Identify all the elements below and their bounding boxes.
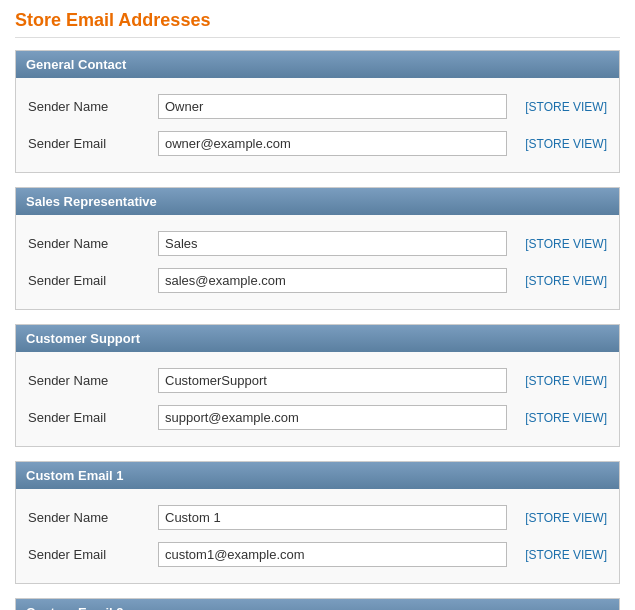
section-body-customer-support: Sender Name[STORE VIEW]Sender Email[STOR…: [16, 352, 619, 446]
field-row: Sender Name[STORE VIEW]: [16, 362, 619, 399]
field-row: Sender Name[STORE VIEW]: [16, 225, 619, 262]
field-row: Sender Email[STORE VIEW]: [16, 262, 619, 299]
store-view-link[interactable]: [STORE VIEW]: [517, 511, 607, 525]
field-input-wrapper: [158, 131, 507, 156]
field-label: Sender Name: [28, 99, 158, 114]
field-input-wrapper: [158, 94, 507, 119]
page-title: Store Email Addresses: [15, 10, 620, 38]
field-input-wrapper: [158, 231, 507, 256]
field-input-wrapper: [158, 268, 507, 293]
section-header-custom-email-1: Custom Email 1: [16, 462, 619, 489]
field-label: Sender Name: [28, 236, 158, 251]
store-view-link[interactable]: [STORE VIEW]: [517, 100, 607, 114]
section-header-general-contact: General Contact: [16, 51, 619, 78]
field-label: Sender Email: [28, 410, 158, 425]
section-body-general-contact: Sender Name[STORE VIEW]Sender Email[STOR…: [16, 78, 619, 172]
field-input-wrapper: [158, 542, 507, 567]
section-custom-email-2: Custom Email 2Sender Name[STORE VIEW]Sen…: [15, 598, 620, 610]
field-label: Sender Name: [28, 510, 158, 525]
section-body-custom-email-1: Sender Name[STORE VIEW]Sender Email[STOR…: [16, 489, 619, 583]
field-label: Sender Email: [28, 547, 158, 562]
store-view-link[interactable]: [STORE VIEW]: [517, 411, 607, 425]
sender-name-input[interactable]: [158, 368, 507, 393]
sender-email-input[interactable]: [158, 542, 507, 567]
field-row: Sender Name[STORE VIEW]: [16, 88, 619, 125]
field-input-wrapper: [158, 368, 507, 393]
section-general-contact: General ContactSender Name[STORE VIEW]Se…: [15, 50, 620, 173]
sender-name-input[interactable]: [158, 505, 507, 530]
field-row: Sender Email[STORE VIEW]: [16, 536, 619, 573]
store-view-link[interactable]: [STORE VIEW]: [517, 237, 607, 251]
section-customer-support: Customer SupportSender Name[STORE VIEW]S…: [15, 324, 620, 447]
section-sales-representative: Sales RepresentativeSender Name[STORE VI…: [15, 187, 620, 310]
section-header-sales-representative: Sales Representative: [16, 188, 619, 215]
field-input-wrapper: [158, 405, 507, 430]
field-label: Sender Name: [28, 373, 158, 388]
section-body-sales-representative: Sender Name[STORE VIEW]Sender Email[STOR…: [16, 215, 619, 309]
sender-name-input[interactable]: [158, 231, 507, 256]
store-view-link[interactable]: [STORE VIEW]: [517, 548, 607, 562]
section-header-customer-support: Customer Support: [16, 325, 619, 352]
store-view-link[interactable]: [STORE VIEW]: [517, 374, 607, 388]
field-row: Sender Name[STORE VIEW]: [16, 499, 619, 536]
field-row: Sender Email[STORE VIEW]: [16, 125, 619, 162]
field-label: Sender Email: [28, 273, 158, 288]
sender-name-input[interactable]: [158, 94, 507, 119]
sender-email-input[interactable]: [158, 405, 507, 430]
sender-email-input[interactable]: [158, 268, 507, 293]
field-row: Sender Email[STORE VIEW]: [16, 399, 619, 436]
store-view-link[interactable]: [STORE VIEW]: [517, 274, 607, 288]
section-custom-email-1: Custom Email 1Sender Name[STORE VIEW]Sen…: [15, 461, 620, 584]
field-input-wrapper: [158, 505, 507, 530]
field-label: Sender Email: [28, 136, 158, 151]
store-view-link[interactable]: [STORE VIEW]: [517, 137, 607, 151]
section-header-custom-email-2: Custom Email 2: [16, 599, 619, 610]
sender-email-input[interactable]: [158, 131, 507, 156]
